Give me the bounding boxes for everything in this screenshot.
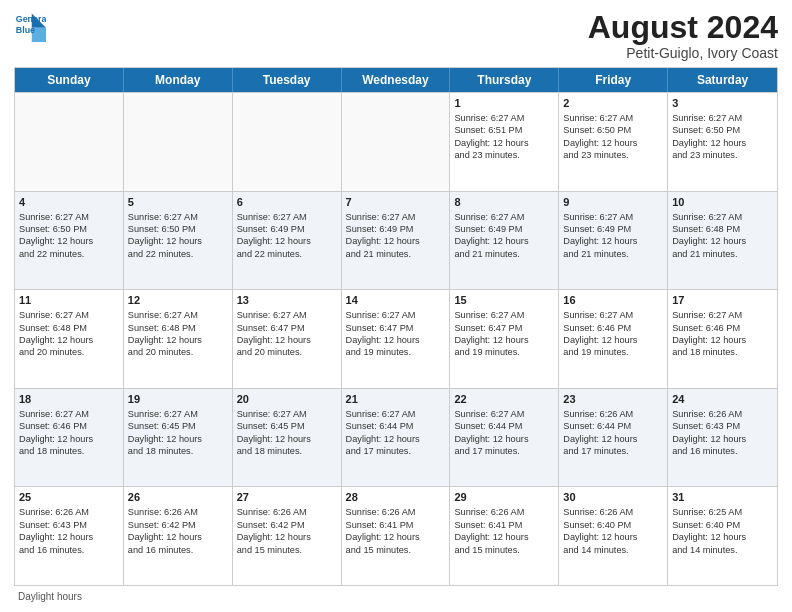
- day-cell-28: 28Sunrise: 6:26 AM Sunset: 6:41 PM Dayli…: [342, 487, 451, 585]
- header-cell-tuesday: Tuesday: [233, 68, 342, 92]
- day-info: Sunrise: 6:27 AM Sunset: 6:46 PM Dayligh…: [563, 310, 637, 357]
- day-cell-4: 4Sunrise: 6:27 AM Sunset: 6:50 PM Daylig…: [15, 192, 124, 290]
- day-info: Sunrise: 6:27 AM Sunset: 6:50 PM Dayligh…: [128, 212, 202, 259]
- day-cell-16: 16Sunrise: 6:27 AM Sunset: 6:46 PM Dayli…: [559, 290, 668, 388]
- day-number: 13: [237, 293, 337, 308]
- day-number: 4: [19, 195, 119, 210]
- title-area: August 2024 Petit-Guiglo, Ivory Coast: [588, 10, 778, 61]
- day-number: 24: [672, 392, 773, 407]
- day-cell-31: 31Sunrise: 6:25 AM Sunset: 6:40 PM Dayli…: [668, 487, 777, 585]
- day-number: 12: [128, 293, 228, 308]
- day-info: Sunrise: 6:26 AM Sunset: 6:42 PM Dayligh…: [237, 507, 311, 554]
- day-number: 18: [19, 392, 119, 407]
- day-cell-3: 3Sunrise: 6:27 AM Sunset: 6:50 PM Daylig…: [668, 93, 777, 191]
- calendar-row: 18Sunrise: 6:27 AM Sunset: 6:46 PM Dayli…: [15, 388, 777, 487]
- day-cell-6: 6Sunrise: 6:27 AM Sunset: 6:49 PM Daylig…: [233, 192, 342, 290]
- empty-cell: [342, 93, 451, 191]
- day-number: 9: [563, 195, 663, 210]
- day-info: Sunrise: 6:27 AM Sunset: 6:46 PM Dayligh…: [672, 310, 746, 357]
- day-info: Sunrise: 6:27 AM Sunset: 6:49 PM Dayligh…: [563, 212, 637, 259]
- calendar-body: 1Sunrise: 6:27 AM Sunset: 6:51 PM Daylig…: [15, 92, 777, 585]
- day-number: 6: [237, 195, 337, 210]
- day-number: 5: [128, 195, 228, 210]
- day-number: 26: [128, 490, 228, 505]
- day-cell-8: 8Sunrise: 6:27 AM Sunset: 6:49 PM Daylig…: [450, 192, 559, 290]
- day-number: 8: [454, 195, 554, 210]
- day-number: 1: [454, 96, 554, 111]
- day-cell-18: 18Sunrise: 6:27 AM Sunset: 6:46 PM Dayli…: [15, 389, 124, 487]
- day-number: 11: [19, 293, 119, 308]
- day-info: Sunrise: 6:27 AM Sunset: 6:49 PM Dayligh…: [346, 212, 420, 259]
- day-cell-21: 21Sunrise: 6:27 AM Sunset: 6:44 PM Dayli…: [342, 389, 451, 487]
- day-cell-24: 24Sunrise: 6:26 AM Sunset: 6:43 PM Dayli…: [668, 389, 777, 487]
- day-info: Sunrise: 6:27 AM Sunset: 6:50 PM Dayligh…: [672, 113, 746, 160]
- day-number: 15: [454, 293, 554, 308]
- day-info: Sunrise: 6:26 AM Sunset: 6:43 PM Dayligh…: [672, 409, 746, 456]
- calendar-header: SundayMondayTuesdayWednesdayThursdayFrid…: [15, 68, 777, 92]
- logo: General Blue: [14, 10, 46, 42]
- day-info: Sunrise: 6:26 AM Sunset: 6:41 PM Dayligh…: [346, 507, 420, 554]
- day-info: Sunrise: 6:26 AM Sunset: 6:44 PM Dayligh…: [563, 409, 637, 456]
- header-cell-saturday: Saturday: [668, 68, 777, 92]
- day-cell-19: 19Sunrise: 6:27 AM Sunset: 6:45 PM Dayli…: [124, 389, 233, 487]
- day-cell-14: 14Sunrise: 6:27 AM Sunset: 6:47 PM Dayli…: [342, 290, 451, 388]
- day-info: Sunrise: 6:27 AM Sunset: 6:49 PM Dayligh…: [454, 212, 528, 259]
- day-info: Sunrise: 6:27 AM Sunset: 6:44 PM Dayligh…: [346, 409, 420, 456]
- day-cell-9: 9Sunrise: 6:27 AM Sunset: 6:49 PM Daylig…: [559, 192, 668, 290]
- day-cell-1: 1Sunrise: 6:27 AM Sunset: 6:51 PM Daylig…: [450, 93, 559, 191]
- day-cell-17: 17Sunrise: 6:27 AM Sunset: 6:46 PM Dayli…: [668, 290, 777, 388]
- day-number: 21: [346, 392, 446, 407]
- header: General Blue August 2024 Petit-Guiglo, I…: [14, 10, 778, 61]
- day-cell-25: 25Sunrise: 6:26 AM Sunset: 6:43 PM Dayli…: [15, 487, 124, 585]
- day-number: 25: [19, 490, 119, 505]
- calendar-row: 11Sunrise: 6:27 AM Sunset: 6:48 PM Dayli…: [15, 289, 777, 388]
- day-number: 29: [454, 490, 554, 505]
- day-number: 23: [563, 392, 663, 407]
- day-cell-23: 23Sunrise: 6:26 AM Sunset: 6:44 PM Dayli…: [559, 389, 668, 487]
- page: General Blue August 2024 Petit-Guiglo, I…: [0, 0, 792, 612]
- day-cell-27: 27Sunrise: 6:26 AM Sunset: 6:42 PM Dayli…: [233, 487, 342, 585]
- day-info: Sunrise: 6:27 AM Sunset: 6:44 PM Dayligh…: [454, 409, 528, 456]
- day-info: Sunrise: 6:27 AM Sunset: 6:45 PM Dayligh…: [237, 409, 311, 456]
- header-cell-wednesday: Wednesday: [342, 68, 451, 92]
- daylight-label: Daylight hours: [18, 591, 82, 602]
- svg-text:Blue: Blue: [16, 25, 35, 35]
- day-info: Sunrise: 6:27 AM Sunset: 6:45 PM Dayligh…: [128, 409, 202, 456]
- day-info: Sunrise: 6:27 AM Sunset: 6:48 PM Dayligh…: [128, 310, 202, 357]
- day-info: Sunrise: 6:27 AM Sunset: 6:48 PM Dayligh…: [19, 310, 93, 357]
- day-info: Sunrise: 6:26 AM Sunset: 6:42 PM Dayligh…: [128, 507, 202, 554]
- day-info: Sunrise: 6:27 AM Sunset: 6:47 PM Dayligh…: [237, 310, 311, 357]
- empty-cell: [233, 93, 342, 191]
- calendar: SundayMondayTuesdayWednesdayThursdayFrid…: [14, 67, 778, 586]
- day-cell-30: 30Sunrise: 6:26 AM Sunset: 6:40 PM Dayli…: [559, 487, 668, 585]
- day-cell-12: 12Sunrise: 6:27 AM Sunset: 6:48 PM Dayli…: [124, 290, 233, 388]
- header-cell-friday: Friday: [559, 68, 668, 92]
- day-cell-20: 20Sunrise: 6:27 AM Sunset: 6:45 PM Dayli…: [233, 389, 342, 487]
- day-cell-26: 26Sunrise: 6:26 AM Sunset: 6:42 PM Dayli…: [124, 487, 233, 585]
- legend: Daylight hours: [14, 591, 778, 602]
- day-number: 14: [346, 293, 446, 308]
- calendar-row: 1Sunrise: 6:27 AM Sunset: 6:51 PM Daylig…: [15, 92, 777, 191]
- day-info: Sunrise: 6:27 AM Sunset: 6:47 PM Dayligh…: [346, 310, 420, 357]
- empty-cell: [124, 93, 233, 191]
- day-info: Sunrise: 6:25 AM Sunset: 6:40 PM Dayligh…: [672, 507, 746, 554]
- day-info: Sunrise: 6:27 AM Sunset: 6:49 PM Dayligh…: [237, 212, 311, 259]
- day-info: Sunrise: 6:26 AM Sunset: 6:41 PM Dayligh…: [454, 507, 528, 554]
- day-number: 16: [563, 293, 663, 308]
- day-number: 10: [672, 195, 773, 210]
- day-number: 22: [454, 392, 554, 407]
- day-cell-13: 13Sunrise: 6:27 AM Sunset: 6:47 PM Dayli…: [233, 290, 342, 388]
- day-info: Sunrise: 6:27 AM Sunset: 6:48 PM Dayligh…: [672, 212, 746, 259]
- day-cell-11: 11Sunrise: 6:27 AM Sunset: 6:48 PM Dayli…: [15, 290, 124, 388]
- header-cell-sunday: Sunday: [15, 68, 124, 92]
- month-title: August 2024: [588, 10, 778, 45]
- calendar-row: 4Sunrise: 6:27 AM Sunset: 6:50 PM Daylig…: [15, 191, 777, 290]
- day-info: Sunrise: 6:27 AM Sunset: 6:46 PM Dayligh…: [19, 409, 93, 456]
- logo-icon: General Blue: [14, 10, 46, 42]
- day-number: 3: [672, 96, 773, 111]
- day-cell-7: 7Sunrise: 6:27 AM Sunset: 6:49 PM Daylig…: [342, 192, 451, 290]
- day-cell-2: 2Sunrise: 6:27 AM Sunset: 6:50 PM Daylig…: [559, 93, 668, 191]
- day-info: Sunrise: 6:26 AM Sunset: 6:43 PM Dayligh…: [19, 507, 93, 554]
- subtitle: Petit-Guiglo, Ivory Coast: [588, 45, 778, 61]
- day-info: Sunrise: 6:26 AM Sunset: 6:40 PM Dayligh…: [563, 507, 637, 554]
